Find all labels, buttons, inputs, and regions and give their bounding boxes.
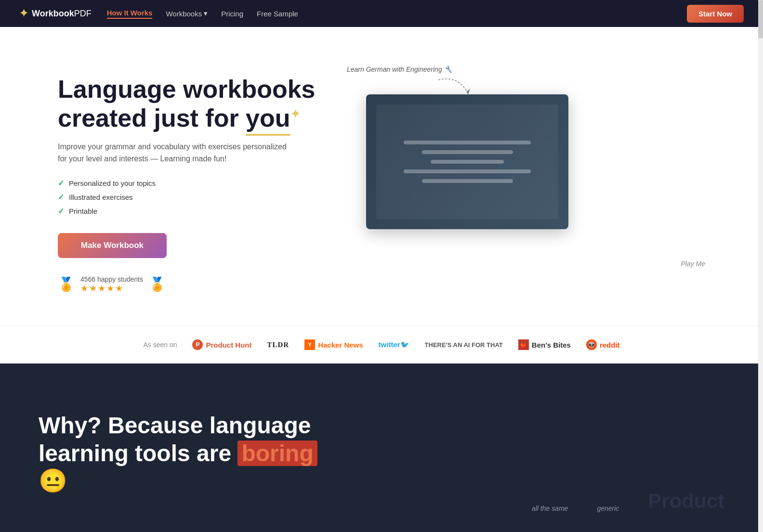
hero-section: Language workbooks created just for you✦… [0, 27, 763, 325]
cover-line-2 [422, 150, 513, 154]
happy-students-count: 4566 happy students [80, 275, 143, 283]
anno-generic: generic [597, 504, 619, 513]
logo-text: WorkbookPDF [32, 9, 92, 19]
navbar: ✦ WorkbookPDF How It Works Workbooks ▾ P… [0, 0, 763, 27]
workbook-cover-inner [376, 104, 558, 219]
press-logo-producthunt[interactable]: P Product Hunt [192, 339, 251, 350]
nav-workbooks[interactable]: Workbooks ▾ [166, 9, 208, 18]
cover-line-5 [422, 179, 513, 183]
social-proof: 🏅 4566 happy students ★★★★★ 🏅 [58, 275, 328, 294]
start-now-button[interactable]: Start Now [687, 5, 744, 23]
nav-how-it-works[interactable]: How It Works [107, 9, 153, 19]
dark-section-title: Why? Because language learning tools are… [39, 392, 347, 495]
hero-right: Learn German with Engineering 🔧 Play Me [328, 65, 724, 297]
producthunt-icon: P [192, 339, 203, 350]
press-logo-twitter[interactable]: twitter🐦 [379, 340, 409, 349]
nav-links: How It Works Workbooks ▾ Pricing Free Sa… [107, 9, 382, 19]
press-logo-reddit[interactable]: 👽 reddit [586, 339, 620, 350]
checklist-item-3: ✓ Printable [58, 207, 328, 216]
press-logo-theresanai[interactable]: THERE'S AN AI FOR THAT [425, 341, 503, 349]
nav-pricing[interactable]: Pricing [221, 10, 243, 18]
hero-left: Language workbooks created just for you✦… [58, 65, 328, 294]
bens-bites-icon: 🍎 [518, 339, 529, 350]
check-icon-2: ✓ [58, 193, 64, 202]
hero-subtitle: Improve your grammar and vocabulary with… [58, 141, 289, 165]
laurel-left-icon: 🏅 [58, 276, 75, 292]
cover-line-3 [431, 160, 503, 164]
play-me-label[interactable]: Play Me [681, 260, 705, 268]
scrollbar[interactable] [758, 0, 763, 532]
star-rating: ★★★★★ [80, 283, 143, 294]
sparkle-icon: ✦ [290, 107, 300, 120]
anno-all-same: all the same [532, 504, 568, 513]
hero-you: you [246, 104, 290, 133]
cover-line-4 [404, 169, 531, 173]
checklist-item-2: ✓ Illustrated exercises [58, 193, 328, 202]
product-label: Product [648, 490, 724, 513]
cover-line-1 [404, 141, 531, 144]
workbook-annotation-label: Learn German with Engineering 🔧 [347, 65, 452, 73]
press-logo-bens-bites[interactable]: 🍎 Ben's Bites [518, 339, 571, 350]
nav-free-sample[interactable]: Free Sample [257, 10, 298, 18]
hero-checklist: ✓ Personalized to your topics ✓ Illustra… [58, 179, 328, 216]
hero-title: Language workbooks created just for you✦ [58, 75, 328, 133]
as-seen-on-label: As seen on [143, 341, 177, 349]
boring-emoji: 😐 [39, 468, 67, 493]
check-icon-1: ✓ [58, 179, 64, 188]
chevron-down-icon: ▾ [204, 9, 208, 18]
checklist-item-1: ✓ Personalized to your topics [58, 179, 328, 188]
scrollbar-thumb[interactable] [758, 0, 763, 39]
hackernews-icon: Y [304, 339, 315, 350]
svg-marker-0 [466, 89, 470, 94]
boring-highlight: boring [237, 441, 317, 466]
dark-section: Why? Because language learning tools are… [0, 363, 763, 532]
logo-icon: ✦ [19, 7, 28, 20]
logo[interactable]: ✦ WorkbookPDF [19, 7, 92, 20]
laurel-right-icon: 🏅 [149, 276, 166, 292]
workbook-cover-preview [366, 94, 568, 229]
reddit-icon: 👽 [586, 339, 597, 350]
bottom-annotations: all the same generic Product [532, 490, 724, 513]
press-logo-hackernews[interactable]: Y Hacker News [304, 339, 363, 350]
as-seen-on-bar: As seen on P Product Hunt TLDR Y Hacker … [0, 325, 763, 363]
make-workbook-button[interactable]: Make Workbook [58, 233, 167, 258]
press-logo-tldr[interactable]: TLDR [267, 341, 289, 349]
check-icon-3: ✓ [58, 207, 64, 216]
